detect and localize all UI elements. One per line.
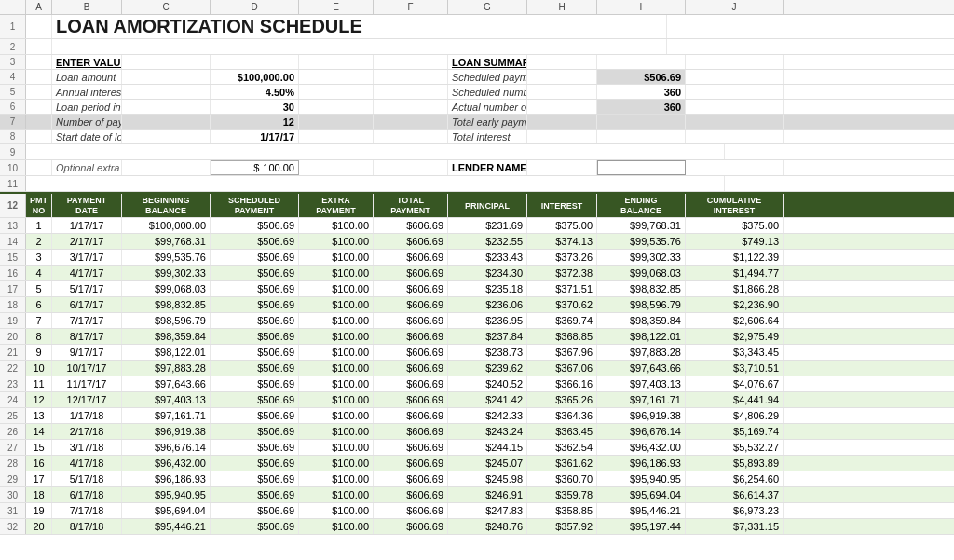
cell-c4 <box>122 70 211 84</box>
row-num-7: 7 <box>0 115 26 129</box>
cell-row15-col6: $233.43 <box>448 250 527 265</box>
cell-a4 <box>26 70 52 84</box>
interest-rate-value: 4.50% <box>211 85 299 99</box>
cell-row20-col5: $606.69 <box>374 329 448 344</box>
row-num-25: 25 <box>0 408 26 423</box>
cell-row25-col8: $96,919.38 <box>597 408 686 423</box>
header-beginning-balance: BEGINNING BALANCE <box>122 194 211 217</box>
row-25: 25131/17/18$97,161.71$506.69$100.00$606.… <box>0 408 954 424</box>
cell-row31-col7: $358.85 <box>527 503 597 518</box>
cell-f5 <box>374 85 448 99</box>
cell-row31-col8: $95,446.21 <box>597 503 686 518</box>
row-16: 1644/17/17$99,302.33$506.69$100.00$606.6… <box>0 266 954 281</box>
cell-row22-col8: $97,643.66 <box>597 361 686 376</box>
cell-row19-col1: 7/17/17 <box>52 313 122 328</box>
cell-row14-col2: $99,768.31 <box>122 234 211 249</box>
cell-row19-col2: $98,596.79 <box>122 313 211 328</box>
cell-row29-col5: $606.69 <box>374 471 448 486</box>
row-26: 26142/17/18$96,919.38$506.69$100.00$606.… <box>0 424 954 440</box>
cell-row24-col2: $97,403.13 <box>122 392 211 407</box>
row-32: 32208/17/18$95,446.21$506.69$100.00$606.… <box>0 519 954 535</box>
cell-row27-col7: $362.54 <box>527 440 597 455</box>
row-num-24: 24 <box>0 392 26 407</box>
cell-row22-col9: $3,710.51 <box>686 361 784 376</box>
cell-row17-col3: $506.69 <box>211 281 299 296</box>
cell-row16-col9: $1,494.77 <box>686 266 784 280</box>
cell-row19-col7: $369.74 <box>527 313 597 328</box>
cell-row24-col5: $606.69 <box>374 392 448 407</box>
cell-row17-col2: $99,068.03 <box>122 281 211 296</box>
cell-row32-col0: 20 <box>26 519 52 534</box>
row-27: 27153/17/18$96,676.14$506.69$100.00$606.… <box>0 440 954 456</box>
cell-row24-col7: $365.26 <box>527 392 597 407</box>
cell-row15-col3: $506.69 <box>211 250 299 265</box>
col-header-i: I <box>597 0 686 14</box>
cell-row21-col0: 9 <box>26 345 52 360</box>
cell-row21-col5: $606.69 <box>374 345 448 360</box>
cell-row31-col3: $506.69 <box>211 503 299 518</box>
cell-row28-col4: $100.00 <box>299 456 374 471</box>
cell-row21-col4: $100.00 <box>299 345 374 360</box>
cell-row32-col6: $248.76 <box>448 519 527 534</box>
sched-num-payments-value: 360 <box>597 85 686 99</box>
cell-row16-col2: $99,302.33 <box>122 266 211 280</box>
cell-row14-col7: $374.13 <box>527 234 597 249</box>
cell-row13-col4: $100.00 <box>299 218 374 233</box>
row-num-10: 10 <box>0 160 26 175</box>
cell-row21-col9: $3,343.45 <box>686 345 784 360</box>
cell-e10 <box>299 160 374 175</box>
cell-row18-col4: $100.00 <box>299 297 374 312</box>
cell-row14-col1: 2/17/17 <box>52 234 122 249</box>
row-10: 10 Optional extra payments $ 100.00 LEND… <box>0 160 954 176</box>
cell-a2 <box>26 39 52 54</box>
loan-period-label: Loan period in years <box>52 100 122 114</box>
row-1: 1 LOAN AMORTIZATION SCHEDULE <box>0 15 954 39</box>
row-num-11: 11 <box>0 176 26 191</box>
cell-row27-col8: $96,432.00 <box>597 440 686 455</box>
cell-a3 <box>26 55 52 69</box>
cell-row32-col2: $95,446.21 <box>122 519 211 534</box>
cell-e5 <box>299 85 374 99</box>
cell-j10 <box>686 160 784 175</box>
cell-row28-col6: $245.07 <box>448 456 527 471</box>
cell-row30-col4: $100.00 <box>299 487 374 502</box>
cell-row13-col1: 1/17/17 <box>52 218 122 233</box>
cell-row31-col2: $95,694.04 <box>122 503 211 518</box>
row-7: 7 Number of payments per year 12 Total e… <box>0 115 954 130</box>
header-pmt-no-text: PMT <box>30 196 48 206</box>
cell-row32-col9: $7,331.15 <box>686 519 784 534</box>
cell-row27-col0: 15 <box>26 440 52 455</box>
col-header-b: B <box>52 0 122 14</box>
cell-row18-col2: $98,832.85 <box>122 297 211 312</box>
cell-row30-col0: 18 <box>26 487 52 502</box>
row-num-22: 22 <box>0 361 26 376</box>
cell-row14-col3: $506.69 <box>211 234 299 249</box>
cell-row27-col9: $5,532.27 <box>686 440 784 455</box>
cell-row19-col5: $606.69 <box>374 313 448 328</box>
lender-name-box[interactable] <box>597 160 686 175</box>
cell-h5 <box>527 85 597 99</box>
cell-j7 <box>686 115 784 129</box>
cell-row23-col5: $606.69 <box>374 376 448 391</box>
cell-row24-col1: 12/17/17 <box>52 392 122 407</box>
cell-row17-col1: 5/17/17 <box>52 281 122 296</box>
cell-h3 <box>527 55 597 69</box>
cell-row19-col3: $506.69 <box>211 313 299 328</box>
cell-row21-col1: 9/17/17 <box>52 345 122 360</box>
cell-row14-col8: $99,535.76 <box>597 234 686 249</box>
cell-row25-col7: $364.36 <box>527 408 597 423</box>
cell-c5 <box>122 85 211 99</box>
cell-row30-col9: $6,614.37 <box>686 487 784 502</box>
cell-row22-col4: $100.00 <box>299 361 374 376</box>
cell-a1 <box>26 15 52 38</box>
col-header-c: C <box>122 0 211 14</box>
cell-a10 <box>26 160 52 175</box>
cell-row25-col1: 1/17/18 <box>52 408 122 423</box>
interest-rate-label: Annual interest rate <box>52 85 122 99</box>
cell-row16-col4: $100.00 <box>299 266 374 280</box>
row-num-20: 20 <box>0 329 26 344</box>
cell-row16-col8: $99,068.03 <box>597 266 686 280</box>
cell-row23-col2: $97,643.66 <box>122 376 211 391</box>
cell-c7 <box>122 115 211 129</box>
cell-row31-col6: $247.83 <box>448 503 527 518</box>
